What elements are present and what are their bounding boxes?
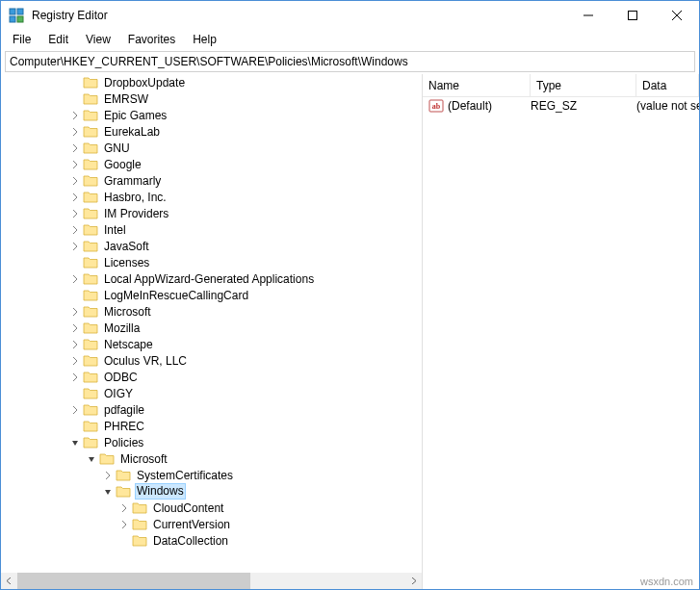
- expand-icon[interactable]: [66, 189, 83, 205]
- folder-icon: [83, 271, 98, 287]
- folder-icon: [83, 157, 98, 172]
- tree-item-label: Microsoft: [118, 452, 169, 466]
- tree-item[interactable]: Windows: [1, 483, 422, 500]
- scroll-right-arrow[interactable]: [405, 573, 422, 589]
- tree-item[interactable]: CloudContent: [1, 500, 422, 516]
- tree-item[interactable]: PHREC: [1, 418, 422, 434]
- registry-tree[interactable]: DropboxUpdateEMRSWEpic GamesEurekaLabGNU…: [1, 74, 422, 573]
- tree-item[interactable]: IM Providers: [1, 205, 422, 221]
- menu-edit[interactable]: Edit: [40, 31, 76, 48]
- expand-icon[interactable]: [66, 369, 83, 385]
- tree-item-label: OIGY: [102, 387, 135, 400]
- folder-icon: [99, 451, 115, 467]
- tree-item[interactable]: JavaSoft: [1, 238, 422, 254]
- tree-item-label: Local AppWizard-Generated Applications: [102, 272, 316, 286]
- expand-icon[interactable]: [116, 500, 132, 516]
- folder-icon: [83, 75, 98, 90]
- value-list[interactable]: ab(Default)REG_SZ(value not set): [423, 97, 699, 589]
- address-bar[interactable]: Computer\HKEY_CURRENT_USER\SOFTWARE\Poli…: [5, 51, 695, 72]
- collapse-icon[interactable]: [83, 450, 99, 467]
- menu-favorites[interactable]: Favorites: [120, 31, 183, 48]
- expand-icon[interactable]: [66, 320, 83, 336]
- expand-icon[interactable]: [66, 123, 83, 140]
- folder-icon: [83, 141, 98, 156]
- tree-item[interactable]: LogMeInRescueCallingCard: [1, 287, 422, 303]
- tree-item[interactable]: EurekaLab: [1, 123, 422, 140]
- menu-file[interactable]: File: [5, 31, 39, 48]
- tree-item[interactable]: Mozilla: [1, 320, 422, 336]
- tree-item[interactable]: pdfagile: [1, 401, 422, 418]
- close-button[interactable]: [655, 1, 699, 30]
- folder-icon: [83, 190, 98, 205]
- expand-icon[interactable]: [66, 270, 83, 287]
- expand-icon[interactable]: [66, 336, 83, 352]
- tree-item-label: Mozilla: [102, 321, 142, 335]
- tree-item-label: Microsoft: [102, 305, 153, 319]
- tree-item[interactable]: Local AppWizard-Generated Applications: [1, 270, 422, 287]
- scroll-track[interactable]: [17, 573, 405, 589]
- expand-icon[interactable]: [99, 467, 116, 483]
- menu-view[interactable]: View: [78, 31, 118, 48]
- tree-item[interactable]: Epic Games: [1, 107, 422, 123]
- tree-item[interactable]: Licenses: [1, 254, 422, 270]
- folder-icon: [83, 108, 98, 123]
- folder-icon: [132, 533, 147, 549]
- collapse-icon[interactable]: [99, 483, 116, 500]
- tree-item[interactable]: EMRSW: [1, 90, 422, 107]
- folder-icon: [83, 419, 98, 434]
- tree-item-label: pdfagile: [102, 403, 146, 417]
- tree-item[interactable]: Microsoft: [1, 303, 422, 320]
- tree-item-label: EMRSW: [102, 92, 150, 106]
- svg-rect-0: [10, 9, 15, 14]
- maximize-button[interactable]: [610, 1, 655, 30]
- expand-icon[interactable]: [66, 238, 83, 254]
- horizontal-scrollbar[interactable]: [1, 573, 422, 589]
- folder-icon: [132, 517, 147, 532]
- tree-item[interactable]: Netscape: [1, 336, 422, 352]
- scroll-thumb[interactable]: [17, 573, 250, 589]
- tree-item[interactable]: ODBC: [1, 369, 422, 385]
- registry-editor-window: Registry Editor File Edit View Favorites…: [0, 0, 700, 590]
- tree-item[interactable]: Hasbro, Inc.: [1, 189, 422, 205]
- value-row[interactable]: ab(Default)REG_SZ(value not set): [423, 97, 699, 115]
- scroll-left-arrow[interactable]: [1, 573, 17, 589]
- tree-item-label: IM Providers: [102, 207, 170, 220]
- svg-text:ab: ab: [432, 102, 441, 111]
- expand-icon[interactable]: [66, 303, 83, 320]
- regedit-app-icon: [9, 8, 24, 23]
- window-title: Registry Editor: [32, 9, 566, 22]
- tree-item[interactable]: Google: [1, 156, 422, 172]
- column-name[interactable]: Name: [423, 74, 531, 96]
- tree-item[interactable]: Microsoft: [1, 450, 422, 467]
- tree-item[interactable]: Intel: [1, 221, 422, 238]
- folder-icon: [132, 500, 147, 516]
- expand-icon[interactable]: [116, 516, 132, 532]
- expand-icon[interactable]: [66, 221, 83, 238]
- tree-item[interactable]: Grammarly: [1, 172, 422, 189]
- tree-item[interactable]: CurrentVersion: [1, 516, 422, 532]
- column-data[interactable]: Data: [636, 74, 699, 96]
- folder-icon: [116, 484, 131, 500]
- tree-item-label: Windows: [135, 483, 186, 500]
- column-type[interactable]: Type: [531, 74, 636, 96]
- menu-help[interactable]: Help: [185, 31, 224, 48]
- tree-item[interactable]: SystemCertificates: [1, 467, 422, 483]
- expand-icon[interactable]: [66, 401, 83, 418]
- titlebar[interactable]: Registry Editor: [1, 1, 699, 30]
- tree-item[interactable]: DropboxUpdate: [1, 74, 422, 90]
- collapse-icon[interactable]: [66, 434, 83, 450]
- tree-item[interactable]: DataCollection: [1, 532, 422, 549]
- folder-icon: [83, 288, 98, 303]
- tree-item-label: CloudContent: [151, 501, 225, 515]
- tree-item[interactable]: Oculus VR, LLC: [1, 352, 422, 369]
- expand-icon[interactable]: [66, 140, 83, 156]
- expand-icon[interactable]: [66, 156, 83, 172]
- expand-icon[interactable]: [66, 205, 83, 221]
- minimize-button[interactable]: [566, 1, 610, 30]
- tree-item[interactable]: GNU: [1, 140, 422, 156]
- tree-item[interactable]: OIGY: [1, 385, 422, 401]
- expand-icon[interactable]: [66, 107, 83, 123]
- expand-icon[interactable]: [66, 352, 83, 369]
- tree-item[interactable]: Policies: [1, 434, 422, 450]
- expand-icon[interactable]: [66, 172, 83, 189]
